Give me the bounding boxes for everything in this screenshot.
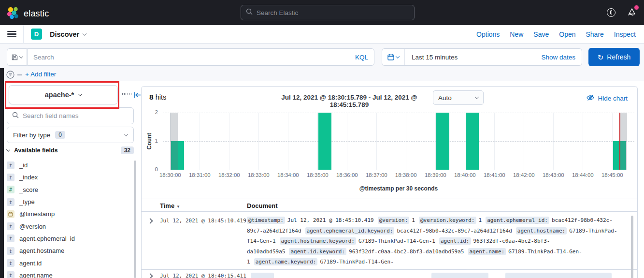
field-item-_score[interactable]: #_score [7,184,131,196]
string-field-type-icon: t [7,222,14,230]
string-field-type-icon: t [7,271,14,278]
field-name: agent.name [19,272,53,278]
x-tick: 18:42:00 [513,172,535,178]
x-tick: 18:31:00 [189,172,211,178]
chevron-down-icon [396,54,400,58]
expand-row-icon[interactable] [147,273,153,278]
saved-query-button[interactable] [7,48,27,66]
field-item-agent.hostname[interactable]: tagent.hostname [7,245,131,257]
row-time: Jul 12, 2021 @ 18:40:15.411 [160,273,246,278]
gridline [163,141,634,142]
kibana-discover-screen: elastic D Discover OptionsNewSaveOpenSha… [0,0,644,278]
field-item-_type[interactable]: t_type [7,196,131,208]
elastic-brand[interactable]: elastic [7,6,49,21]
kql-language-button[interactable]: KQL [355,54,368,61]
histogram-bar-18:39:00 [436,113,450,170]
chevron-down-icon [19,54,23,58]
table-scrollbar[interactable] [631,216,633,278]
eye-slash-icon [587,94,594,102]
doc-field-value: 963f32df-c0aa-4bc2-8bf3-da10adbd59a5 [349,249,464,255]
field-search-box [7,107,134,124]
string-field-type-icon: t [7,161,14,169]
field-item-agent.id[interactable]: tagent.id [7,257,131,269]
doc-field-key: agent.ephemeral_id: [486,217,549,224]
calendar-button[interactable] [382,49,405,65]
row-document[interactable]: @timestamp:Jul 12, 2021 @ 18:45:10.419@v… [247,215,626,269]
field-item-@version[interactable]: t@version [7,220,131,232]
histogram-bar-18:35:00 [318,113,332,170]
doc-field-key: @version: [378,217,410,224]
field-item-@timestamp[interactable]: @timestamp [7,208,131,220]
discover-app-badge[interactable]: D [31,29,42,40]
nav-link-new[interactable]: New [510,30,523,38]
x-tick: 18:33:00 [248,172,270,178]
global-search-input[interactable] [257,9,409,16]
string-field-type-icon: t [7,234,14,242]
doc-field-value: 1 [412,217,415,223]
time-range-value[interactable]: Last 15 minutes [412,54,458,61]
field-settings-icon[interactable] [122,93,131,95]
menu-icon[interactable] [7,31,16,38]
show-dates-link[interactable]: Show dates [541,54,575,61]
nav-link-open[interactable]: Open [559,30,575,38]
query-input[interactable] [33,54,355,61]
date-field-type-icon [7,210,14,218]
x-axis-label: @timestamp per 30 seconds [163,185,634,192]
newsfeed-icon[interactable] [627,7,638,18]
field-item-agent.name[interactable]: tagent.name [7,269,131,278]
doc-field-key: agent.hostname: [516,227,567,234]
partial-bucket-overlay [620,113,627,170]
hide-chart-button[interactable]: Hide chart [587,94,628,102]
interval-select[interactable]: Auto [433,90,484,105]
page-title[interactable]: Discover [50,30,79,38]
doc-field-key: @version.keyword: [419,217,476,224]
time-column-header[interactable]: Time▼ [160,202,180,209]
histogram-bar-18:40:00 [466,113,479,170]
field-name: agent.id [19,260,42,267]
refresh-button[interactable]: ↻ Refresh [588,48,640,66]
row-document[interactable] [247,271,626,278]
chevron-down-icon [475,95,479,99]
field-badge [251,273,274,278]
x-tick: 18:34:00 [277,172,299,178]
string-field-type-icon: t [7,247,14,255]
app-navbar: D Discover OptionsNewSaveOpenShareInspec… [0,25,644,44]
notification-dot [634,5,639,10]
brand-name: elastic [24,9,49,19]
x-tick: 18:39:00 [425,172,446,178]
histogram-chart[interactable] [163,113,634,170]
search-icon [246,8,253,17]
x-tick: 18:35:00 [307,172,329,178]
field-item-_id[interactable]: t_id [7,159,131,171]
document-column-header: Document [247,202,278,209]
nav-link-share[interactable]: Share [586,30,604,38]
collapse-sidebar-icon[interactable] [133,91,141,101]
nav-link-options[interactable]: Options [476,30,500,38]
chevron-down-icon [124,132,128,136]
divider [17,74,22,75]
field-item-_index[interactable]: t_index [7,171,131,183]
index-pattern-selector[interactable]: apache-* [9,85,118,104]
date-picker: Last 15 minutes Show dates [382,48,582,66]
add-filter-link[interactable]: + Add filter [25,71,56,78]
deployment-icon[interactable] [607,8,615,17]
hits-count: 8hits [149,93,166,102]
string-field-type-icon: t [7,198,14,206]
filter-icon[interactable] [6,71,14,81]
field-search-input[interactable] [23,112,129,119]
current-time-marker [619,113,620,170]
x-tick: 18:36:00 [336,172,358,178]
filter-by-type-dropdown[interactable]: Filter by type 0 [7,127,134,143]
field-item-agent.ephemeral_id[interactable]: tagent.ephemeral_id [7,233,131,245]
nav-link-save[interactable]: Save [533,30,549,38]
discover-main-panel: 8hits Jul 12, 2021 @ 18:30:15.789 - Jul … [141,86,638,278]
doc-field-value: G7189-ThinkPad-T14-Gen-1 [358,238,435,244]
global-search-box [241,5,415,20]
field-name: agent.ephemeral_id [19,235,75,242]
doc-field-key: agent.ephemeral_id.keyword: [305,227,395,234]
sidebar-scrollbar[interactable] [134,161,136,278]
nav-link-inspect[interactable]: Inspect [614,30,636,38]
expand-row-icon[interactable] [147,218,153,223]
available-fields-header[interactable]: Available fields 32 [7,146,134,154]
row-time: Jul 12, 2021 @ 18:45:10.419 [160,218,246,224]
